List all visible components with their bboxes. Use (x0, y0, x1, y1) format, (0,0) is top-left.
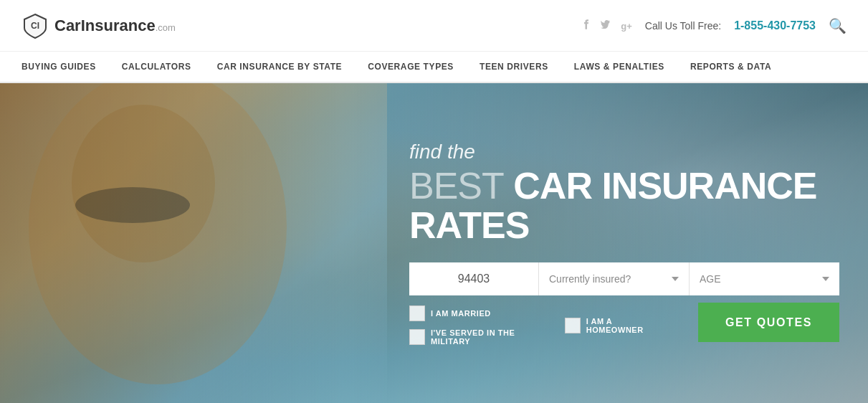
checkboxes-column-2: I AM A HOMEOWNER (565, 317, 661, 334)
homeowner-checkbox-item: I AM A HOMEOWNER (565, 317, 661, 334)
nav-laws-penalties[interactable]: LAWS & PENALTIES (561, 52, 677, 83)
call-label: Call Us Toll Free: (645, 20, 721, 32)
zip-input[interactable] (409, 262, 538, 295)
homeowner-checkbox[interactable] (565, 318, 581, 333)
hero-content: find the BEST CAR INSURANCE RATES Curren… (381, 83, 868, 403)
nav-coverage-types[interactable]: COVERAGE TYPES (355, 52, 467, 83)
phone-number[interactable]: 1-855-430-7753 (734, 19, 816, 32)
hero-headline: BEST CAR INSURANCE RATES (409, 166, 839, 245)
checkboxes-column: I AM MARRIED I'VE SERVED IN THE MILITARY (409, 305, 542, 346)
insured-select[interactable]: Currently insured? Yes No (538, 262, 689, 295)
married-label: I AM MARRIED (431, 309, 491, 318)
hero-section: find the BEST CAR INSURANCE RATES Curren… (0, 83, 868, 403)
search-button[interactable]: 🔍 (829, 17, 846, 34)
nav-car-insurance-by-state[interactable]: CAR INSURANCE BY STATE (204, 52, 356, 83)
main-nav: BUYING GUIDES CALCULATORS CAR INSURANCE … (0, 52, 868, 83)
married-checkbox[interactable] (409, 305, 425, 321)
get-quotes-button[interactable]: GET QUOTES (698, 303, 839, 342)
checkboxes-and-cta: I AM MARRIED I'VE SERVED IN THE MILITARY… (409, 305, 839, 346)
homeowner-label: I AM A HOMEOWNER (586, 317, 661, 334)
nav-buying-guides[interactable]: BUYING GUIDES (22, 52, 109, 83)
married-checkbox-item: I AM MARRIED (409, 305, 542, 321)
googleplus-icon[interactable]: g+ (621, 19, 632, 32)
shield-icon: CI (22, 12, 49, 39)
nav-teen-drivers[interactable]: TEEN DRIVERS (467, 52, 561, 83)
nav-reports-data[interactable]: REPORTS & DATA (677, 52, 784, 83)
military-checkbox-item: I'VE SERVED IN THE MILITARY (409, 328, 542, 346)
hero-headline-light: BEST (409, 165, 504, 207)
military-checkbox[interactable] (409, 329, 425, 345)
military-label: I'VE SERVED IN THE MILITARY (431, 328, 542, 346)
header-right: g+ Call Us Toll Free: 1-855-430-7753 🔍 (581, 17, 846, 34)
social-icons: g+ (581, 19, 632, 33)
svg-text:CI: CI (31, 21, 39, 31)
nav-calculators[interactable]: CALCULATORS (109, 52, 204, 83)
logo[interactable]: CI CarInsurance.com (22, 12, 176, 39)
age-select[interactable]: AGE 16 17 18 25 30 35 40 45 50 55 60 65 (689, 262, 839, 295)
logo-text: CarInsurance.com (54, 16, 176, 35)
hero-subtitle: find the (409, 141, 839, 163)
twitter-icon[interactable] (601, 19, 612, 33)
site-header: CI CarInsurance.com g+ Call Us Toll Free… (0, 0, 868, 52)
facebook-icon[interactable] (581, 19, 592, 33)
quote-form-row: Currently insured? Yes No AGE 16 17 18 2… (409, 262, 839, 295)
